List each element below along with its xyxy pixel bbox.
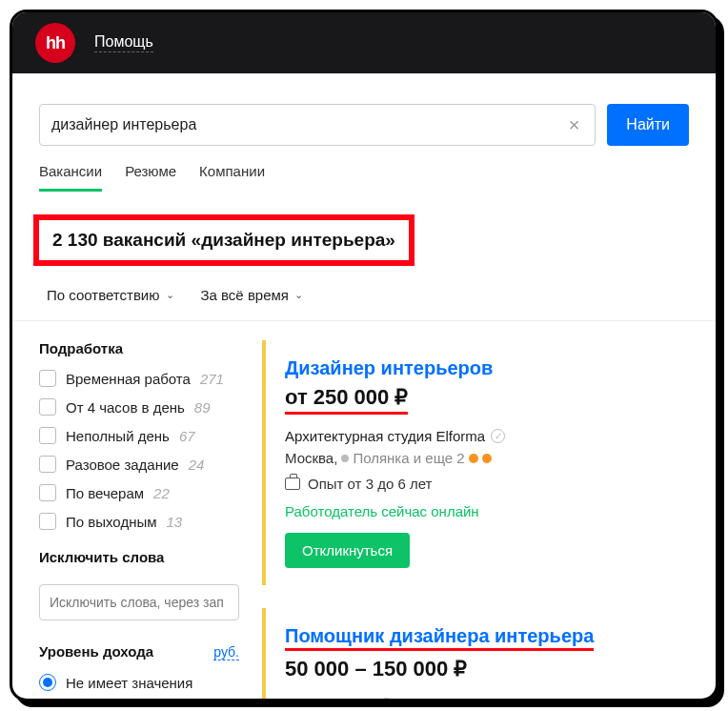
- verified-icon: ✓: [491, 429, 505, 443]
- search-box[interactable]: ×: [39, 104, 596, 146]
- vacancy-title[interactable]: Помощник дизайнера интерьера: [285, 625, 594, 651]
- vacancy-card: Дизайнер интерьеров от 250 000 ₽ Архитек…: [262, 340, 689, 585]
- filter-parttime-title: Подработка: [39, 340, 239, 356]
- filter-income-title: Уровень дохода: [39, 643, 153, 660]
- checkbox-icon[interactable]: [39, 513, 56, 530]
- experience-row: Опыт от 3 до 6 лет: [285, 476, 674, 492]
- checkbox-icon[interactable]: [39, 484, 56, 501]
- hh-logo[interactable]: hh: [35, 23, 75, 63]
- metro: Полянка и еще 2: [353, 450, 464, 466]
- sort-relevance[interactable]: По соответствию ⌄: [47, 287, 174, 303]
- sort-time[interactable]: За всё время ⌄: [201, 287, 303, 303]
- filter-label: От 4 часов в день: [66, 399, 185, 416]
- sort-relevance-label: По соответствию: [47, 287, 160, 303]
- metro-line-icon: [482, 454, 492, 463]
- filter-count: 22: [153, 485, 170, 501]
- vacancy-title[interactable]: Дизайнер интерьеров: [285, 357, 493, 379]
- vacancy-salary: от 250 000 ₽: [285, 385, 408, 415]
- filter-label: Временная работа: [66, 371, 191, 387]
- experience-text: Опыт от 3 до 6 лет: [308, 476, 432, 492]
- filter-count: 67: [179, 428, 195, 444]
- filter-checkbox-item[interactable]: Неполный день 67: [39, 427, 239, 444]
- filter-label: По выходным: [66, 514, 157, 530]
- filter-checkbox-item[interactable]: Временная работа 271: [39, 370, 239, 387]
- filter-checkbox-item[interactable]: От 4 часов в день 89: [39, 398, 239, 416]
- income-radio-item[interactable]: Не имеет значения: [39, 674, 239, 691]
- company-row: Архитектурная студия Elforma ✓: [285, 428, 674, 444]
- radio-icon[interactable]: [39, 674, 56, 691]
- results-count: 2 130 вакансий «дизайнер интерьера»: [52, 230, 395, 250]
- employer-online: Работодатель сейчас онлайн: [285, 503, 674, 519]
- apply-button[interactable]: Откликнуться: [285, 533, 410, 568]
- results-count-highlight: 2 130 вакансий «дизайнер интерьера»: [33, 214, 415, 266]
- tab-vacancies[interactable]: Вакансии: [39, 163, 102, 192]
- results-list: Дизайнер интерьеров от 250 000 ₽ Архитек…: [262, 340, 689, 701]
- content: Подработка Временная работа 271 От 4 час…: [12, 321, 716, 701]
- income-header: Уровень дохода руб.: [39, 643, 239, 660]
- button-row: Откликнуться: [285, 533, 674, 568]
- filter-checkbox-item[interactable]: По выходным 13: [39, 513, 239, 530]
- filter-checkbox-item[interactable]: Разовое задание 24: [39, 456, 239, 473]
- vacancy-salary: 50 000 – 150 000 ₽: [285, 657, 467, 683]
- company-name[interactable]: Архитектурная студия Elforma: [285, 428, 485, 444]
- chevron-down-icon: ⌄: [166, 289, 174, 301]
- checkbox-icon[interactable]: [39, 427, 56, 444]
- income-label: Не имеет значения: [66, 675, 192, 691]
- filter-count: 13: [167, 514, 183, 530]
- company-row: Салон МАРО ✓: [285, 697, 674, 701]
- filter-label: По вечерам: [66, 485, 144, 501]
- vacancy-card: Помощник дизайнера интерьера 50 000 – 15…: [262, 608, 689, 701]
- verified-icon: ✓: [379, 698, 394, 701]
- search-row: × Найти: [12, 73, 716, 146]
- currency-link[interactable]: руб.: [213, 644, 239, 660]
- sort-time-label: За всё время: [201, 287, 289, 303]
- location-row: Москва, Полянка и еще 2: [285, 450, 674, 466]
- search-button[interactable]: Найти: [607, 104, 689, 146]
- filter-checkbox-item[interactable]: По вечерам 22: [39, 484, 239, 501]
- filter-count: 89: [194, 399, 211, 416]
- filters-sidebar: Подработка Временная работа 271 От 4 час…: [39, 340, 239, 701]
- checkbox-icon[interactable]: [39, 370, 56, 387]
- metro-line-icon: [469, 454, 478, 463]
- filter-label: Разовое задание: [66, 457, 179, 473]
- checkbox-icon[interactable]: [39, 456, 56, 473]
- filter-label: Неполный день: [66, 428, 170, 444]
- tabs: Вакансии Резюме Компании: [12, 146, 716, 192]
- sort-row: По соответствию ⌄ За всё время ⌄: [12, 274, 716, 321]
- search-input[interactable]: [51, 116, 565, 133]
- clear-icon[interactable]: ×: [565, 114, 584, 136]
- chevron-down-icon: ⌄: [294, 289, 303, 301]
- filter-count: 24: [189, 457, 205, 473]
- exclude-words-input[interactable]: [39, 584, 239, 620]
- briefcase-icon: [285, 477, 300, 490]
- header-bar: hh Помощь: [12, 12, 716, 73]
- app-frame: hh Помощь × Найти Вакансии Резюме Компан…: [10, 10, 718, 701]
- filter-count: 271: [200, 371, 224, 387]
- tab-resumes[interactable]: Резюме: [125, 163, 176, 192]
- filter-exclude-title: Исключить слова: [39, 549, 239, 565]
- help-link[interactable]: Помощь: [94, 33, 153, 52]
- tab-companies[interactable]: Компании: [199, 163, 265, 192]
- checkbox-icon[interactable]: [39, 398, 56, 416]
- metro-dot-icon: [341, 455, 349, 462]
- company-name[interactable]: Салон МАРО: [285, 697, 374, 701]
- city: Москва,: [285, 450, 337, 466]
- logo-text: hh: [46, 33, 65, 53]
